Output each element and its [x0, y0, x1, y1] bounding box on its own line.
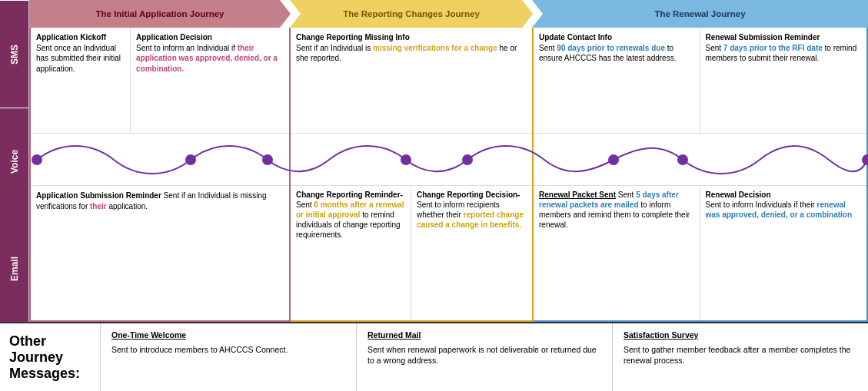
- change-reminder-cell: Change Reporting Reminder- Sent 6 months…: [291, 186, 411, 320]
- reporting-sms-row: Change Reporting Missing Info Sent if an…: [291, 28, 532, 134]
- app-decision-title: Application Decision: [136, 33, 212, 41]
- change-reminder-before: Sent: [296, 200, 314, 209]
- change-missing-before: Sent if an Individual is: [296, 44, 373, 52]
- app-submission-title: Application Submission Reminder: [36, 191, 161, 200]
- other-label-line2: Messages:: [9, 366, 91, 382]
- banner-initial: The Initial Application Journey: [96, 9, 224, 18]
- renewal-voice-row: [534, 134, 866, 186]
- app-kickoff-body: Sent once an Individual has submitted th…: [36, 44, 121, 73]
- other-label-line1: Other Journey: [9, 333, 91, 366]
- initial-voice-row: [31, 134, 289, 186]
- renewal-email-row: Renewal Packet Sent Sent 5 days after re…: [534, 186, 866, 320]
- change-missing-highlight: missing verifications for a change: [373, 44, 497, 52]
- renewal-submission-cell: Renewal Submission Reminder Sent 7 days …: [700, 28, 867, 133]
- renewal-decision-cell: Renewal Decision Sent to inform Individu…: [700, 186, 867, 320]
- sms-label: SMS: [0, 0, 28, 108]
- renewal-sms-row: Update Contact Info Sent 90 days prior t…: [534, 28, 866, 134]
- renewal-decision-title: Renewal Decision: [706, 191, 771, 199]
- main-container: SMS Voice Email The Initial Application …: [0, 0, 868, 391]
- update-contact-title: Update Contact Info: [539, 33, 612, 41]
- welcome-title: One-Time Welcome: [111, 330, 345, 341]
- reporting-email-row: Change Reporting Reminder- Sent 6 months…: [291, 186, 532, 320]
- app-kickoff-cell: Application Kickoff Sent once an Individ…: [31, 28, 131, 133]
- other-item-welcome: One-Time Welcome Sent to introduce membe…: [100, 323, 356, 391]
- app-decision-cell: Application Decision Sent to inform an I…: [131, 28, 289, 133]
- change-missing-title: Change Reporting Missing Info: [296, 33, 410, 41]
- returned-mail-title: Returned Mail: [367, 330, 601, 341]
- update-contact-highlight: 90 days prior to renewals due: [557, 44, 665, 52]
- other-label: Other Journey Messages:: [0, 323, 100, 391]
- change-decision-cell: Change Reporting Decision- Sent to infor…: [411, 186, 532, 320]
- renewal-packet-before: Sent: [618, 191, 636, 199]
- app-submission-after: application.: [107, 202, 148, 210]
- initial-journey-section: Application Kickoff Sent once an Individ…: [29, 28, 291, 322]
- other-item-returned-mail: Returned Mail Sent when renewal paperwor…: [356, 323, 612, 391]
- reporting-journey-section: Change Reporting Missing Info Sent if an…: [291, 28, 534, 322]
- welcome-body: Sent to introduce members to AHCCCS Conn…: [111, 344, 345, 356]
- renewal-packet-title: Renewal Packet Sent: [539, 191, 616, 199]
- change-reminder-title: Change Reporting Reminder-: [296, 191, 403, 199]
- change-decision-title: Change Reporting Decision-: [417, 191, 520, 199]
- other-items-list: One-Time Welcome Sent to introduce membe…: [100, 323, 868, 391]
- banner-reporting: The Reporting Changes Journey: [343, 9, 480, 18]
- satisfaction-body: Sent to gather member feedback after a m…: [624, 344, 857, 366]
- returned-mail-body: Sent when renewal paperwork is not deliv…: [367, 344, 601, 366]
- renewal-decision-before: Sent to inform Individuals if their: [706, 200, 817, 209]
- renewal-submission-highlight: 7 days prior to the RFI date: [723, 44, 823, 52]
- app-decision-before: Sent to inform an Individual if: [136, 44, 238, 52]
- app-submission-highlight: their: [90, 202, 107, 210]
- other-messages-section: Other Journey Messages: One-Time Welcome…: [0, 322, 868, 391]
- renewal-submission-before: Sent: [706, 44, 723, 52]
- other-item-satisfaction: Satisfaction Survey Sent to gather membe…: [612, 323, 868, 391]
- label-column: SMS Voice Email: [0, 0, 29, 322]
- reporting-voice-row: [291, 134, 532, 186]
- email-label: Email: [0, 215, 28, 322]
- initial-email-row: Application Submission Reminder Sent if …: [31, 186, 289, 320]
- update-contact-cell: Update Contact Info Sent 90 days prior t…: [534, 28, 700, 133]
- renewal-journey-section: Update Contact Info Sent 90 days prior t…: [534, 28, 868, 322]
- renewal-submission-title: Renewal Submission Reminder: [706, 33, 820, 41]
- satisfaction-title: Satisfaction Survey: [624, 330, 857, 341]
- app-kickoff-title: Application Kickoff: [36, 33, 106, 41]
- banner-renewal: The Renewal Journey: [654, 9, 745, 18]
- renewal-packet-cell: Renewal Packet Sent Sent 5 days after re…: [534, 186, 700, 320]
- voice-label: Voice: [0, 108, 28, 215]
- change-missing-cell: Change Reporting Missing Info Sent if an…: [291, 28, 532, 133]
- update-contact-before: Sent: [539, 44, 557, 52]
- initial-sms-row: Application Kickoff Sent once an Individ…: [31, 28, 289, 134]
